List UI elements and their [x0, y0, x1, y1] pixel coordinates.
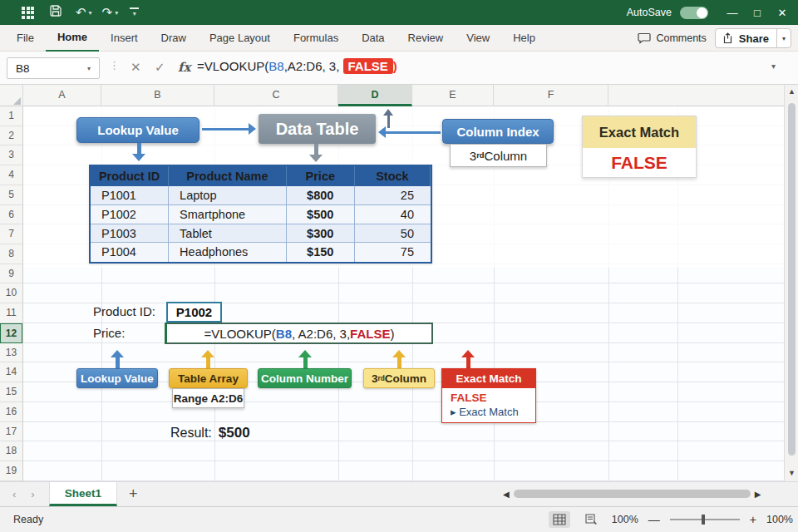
row-header-11[interactable]: 11 [0, 303, 22, 323]
cell-product-id[interactable]: P1002 [91, 205, 169, 224]
tab-draw[interactable]: Draw [150, 25, 198, 51]
cell-formula-prefix: =VLOOKUP( [204, 327, 276, 341]
vertical-scrollbar[interactable]: ▲ ▼ [784, 85, 798, 481]
formula-bar-grip[interactable]: ⋮ [109, 59, 120, 71]
zoom-slider-handle[interactable] [702, 515, 705, 525]
row-header-16[interactable]: 16 [0, 402, 22, 422]
insert-function-icon[interactable]: fx [178, 60, 190, 75]
comments-button[interactable]: Comments [638, 32, 706, 44]
column-header-c[interactable]: C [214, 85, 338, 106]
row-header-18[interactable]: 18 [0, 441, 22, 461]
row-header-5[interactable]: 5 [0, 185, 22, 205]
tab-file[interactable]: File [5, 25, 46, 51]
cancel-icon[interactable]: ✕ [131, 60, 141, 75]
share-chevron-icon[interactable]: ▾ [776, 29, 791, 47]
horizontal-scroll-thumb[interactable] [514, 490, 751, 498]
row-header-1[interactable]: 1 [0, 106, 22, 126]
zoom-in-button[interactable]: + [750, 513, 756, 526]
zoom-slider[interactable] [670, 519, 740, 520]
price-formula-cell[interactable]: =VLOOKUP(B8, A2:D6, 3, FALSE) [165, 323, 433, 344]
cell-stock[interactable]: 25 [355, 186, 431, 205]
table-row[interactable]: P1004 Headphones $150 75 [91, 243, 431, 262]
scroll-up-icon[interactable]: ▲ [785, 85, 798, 98]
redo-icon[interactable]: ↷ [102, 0, 113, 25]
row-header-7[interactable]: 7 [0, 224, 22, 244]
cell-product-name[interactable]: Tablet [169, 224, 287, 244]
redo-chevron-icon[interactable]: ▾ [115, 9, 118, 17]
select-all-corner[interactable] [0, 85, 23, 106]
row-header-4[interactable]: 4 [0, 165, 22, 185]
column-header-a[interactable]: A [23, 85, 101, 106]
formula-bar-expand-icon[interactable]: ▾ [771, 62, 776, 71]
cell-product-id[interactable]: P1001 [91, 186, 169, 205]
zoom-out-button[interactable]: — [648, 513, 660, 526]
autosave-toggle[interactable] [680, 7, 708, 19]
tab-view[interactable]: View [455, 25, 501, 51]
column-header-d-selected[interactable]: D [338, 85, 412, 106]
cell-price[interactable]: $800 [287, 186, 355, 205]
row-header-6[interactable]: 6 [0, 205, 22, 225]
sheet-tab-sheet1[interactable]: Sheet1 [49, 482, 117, 506]
undo-icon[interactable]: ↶ [76, 0, 86, 25]
tab-page-layout[interactable]: Page Layout [198, 25, 282, 51]
tab-data[interactable]: Data [350, 25, 396, 51]
row-header-14[interactable]: 14 [0, 362, 22, 382]
row-header-3[interactable]: 3 [0, 145, 22, 165]
row-header-15[interactable]: 15 [0, 382, 22, 402]
row-header-13[interactable]: 13 [0, 343, 22, 363]
column-header-e[interactable]: E [412, 85, 494, 106]
product-id-cell[interactable]: P1002 [166, 302, 222, 323]
cell-price[interactable]: $300 [287, 224, 355, 244]
cell-stock[interactable]: 50 [355, 224, 431, 244]
row-header-8[interactable]: 8 [0, 244, 22, 264]
cell-stock[interactable]: 75 [355, 243, 431, 262]
save-icon[interactable] [49, 4, 62, 21]
cell-product-id[interactable]: P1004 [91, 243, 169, 262]
horizontal-scrollbar[interactable]: ◀ ▶ [499, 481, 798, 506]
tab-help[interactable]: Help [501, 25, 547, 51]
maximize-button[interactable]: □ [745, 7, 770, 19]
share-button[interactable]: Share ▾ [715, 28, 791, 48]
cell-price[interactable]: $150 [287, 243, 355, 262]
table-row[interactable]: P1002 Smartphone $500 40 [91, 205, 431, 224]
cell-product-name[interactable]: Smartphone [169, 205, 287, 224]
tab-home[interactable]: Home [46, 24, 99, 52]
tab-insert[interactable]: Insert [99, 25, 150, 51]
table-row[interactable]: P1003 Tablet $300 50 [91, 224, 431, 244]
tab-formulas[interactable]: Formulas [282, 25, 350, 51]
undo-chevron-icon[interactable]: ▾ [89, 9, 92, 17]
close-button[interactable]: ✕ [770, 7, 795, 19]
vertical-scroll-thumb[interactable] [788, 103, 796, 456]
formula-input[interactable]: =VLOOKUP(B8,A2:D6, 3, FALSE) [197, 59, 397, 73]
scroll-down-icon[interactable]: ▼ [785, 466, 798, 480]
scroll-left-icon[interactable]: ◀ [499, 490, 514, 499]
sheet-prev-icon[interactable]: ‹ [5, 488, 23, 500]
customize-toolbar-icon[interactable]: ▾ [130, 7, 139, 17]
name-box[interactable]: B8 ▾ [7, 57, 100, 79]
page-layout-view-icon[interactable] [580, 511, 602, 528]
row-header-19[interactable]: 19 [0, 461, 22, 481]
minimize-button[interactable]: — [720, 7, 745, 19]
app-launcher-icon[interactable] [22, 7, 34, 19]
table-row[interactable]: P1001 Laptop $800 25 [91, 186, 431, 205]
tab-review[interactable]: Review [397, 25, 456, 51]
cell-price[interactable]: $500 [287, 205, 355, 224]
scroll-right-icon[interactable]: ▶ [751, 490, 766, 499]
row-header-9[interactable]: 9 [0, 264, 22, 284]
name-box-chevron-icon[interactable]: ▾ [87, 65, 91, 72]
enter-icon[interactable]: ✓ [155, 60, 165, 75]
cell-product-name[interactable]: Laptop [169, 186, 287, 205]
cell-product-id[interactable]: P1003 [91, 224, 169, 244]
column-header-f[interactable]: F [494, 85, 608, 106]
row-header-2[interactable]: 2 [0, 126, 22, 146]
row-header-17[interactable]: 17 [0, 422, 22, 442]
sheet-next-icon[interactable]: › [23, 488, 42, 500]
add-sheet-button[interactable]: + [129, 485, 138, 503]
cell-product-name[interactable]: Headphones [169, 243, 287, 262]
column-header-b[interactable]: B [101, 85, 214, 106]
normal-view-icon[interactable] [549, 511, 570, 528]
cell-stock[interactable]: 40 [355, 205, 431, 224]
product-table: Product ID Product Name Price Stock P100… [89, 165, 432, 264]
row-header-12-selected[interactable]: 12 [0, 323, 22, 343]
row-header-10[interactable]: 10 [0, 283, 22, 303]
